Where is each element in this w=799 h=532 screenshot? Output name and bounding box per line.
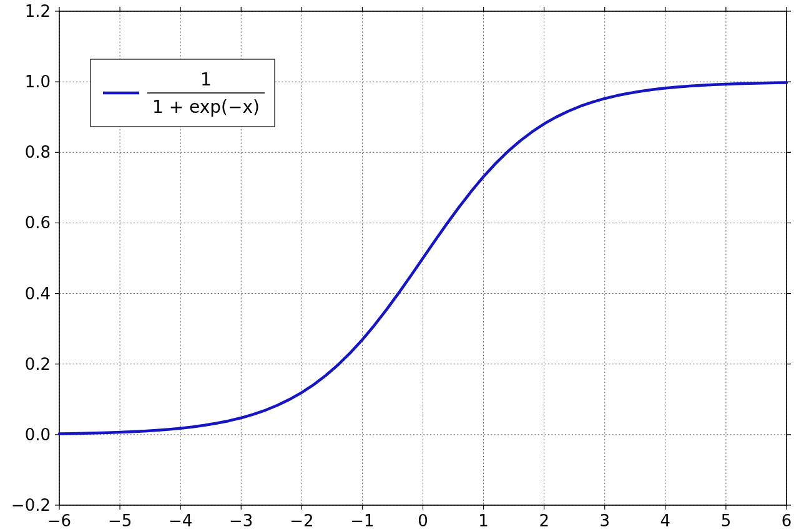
x-tick-label: 4	[660, 511, 671, 530]
x-tick-label: 1	[478, 511, 489, 530]
x-tick-label: −6	[47, 511, 71, 530]
y-tick-label: 1.2	[25, 2, 51, 21]
x-tick-label: −4	[169, 511, 192, 530]
y-tick-label: 1.0	[25, 72, 51, 91]
y-tick-label: 0.8	[25, 143, 51, 162]
legend-fraction-denominator: 1 + exp(−x)	[152, 97, 260, 117]
x-axis-tick-labels: −6 −5 −4 −3 −2 −1 0 1 2 3 4 5 6	[47, 511, 792, 530]
x-tick-label: −5	[108, 511, 132, 530]
y-tick-label: 0.6	[25, 213, 51, 232]
chart-container: −6 −5 −4 −3 −2 −1 0 1 2 3 4 5 6 −0.2 0.0…	[0, 0, 799, 532]
x-tick-label: −2	[290, 511, 313, 530]
x-tick-label: −3	[229, 511, 253, 530]
x-tick-label: 6	[782, 511, 792, 530]
y-tick-label: 0.2	[25, 355, 51, 374]
x-tick-label: 0	[418, 511, 428, 530]
chart-svg: −6 −5 −4 −3 −2 −1 0 1 2 3 4 5 6 −0.2 0.0…	[0, 0, 799, 532]
y-tick-label: −0.2	[11, 496, 51, 515]
x-tick-label: 3	[599, 511, 610, 530]
y-tick-label: 0.4	[25, 284, 51, 303]
x-tick-label: 5	[721, 511, 732, 530]
y-axis-tick-labels: −0.2 0.0 0.2 0.4 0.6 0.8 1.0 1.2	[11, 2, 51, 515]
legend: 1 1 + exp(−x)	[91, 59, 275, 127]
y-tick-label: 0.0	[25, 425, 51, 444]
x-tick-label: 2	[539, 511, 549, 530]
x-tick-label: −1	[350, 511, 374, 530]
legend-fraction-numerator: 1	[200, 69, 212, 90]
